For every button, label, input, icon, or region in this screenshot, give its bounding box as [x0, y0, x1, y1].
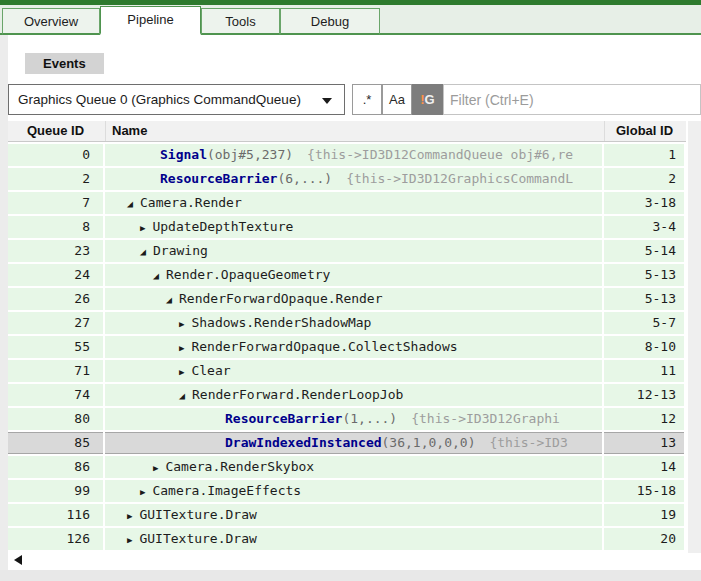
tab-tools[interactable]: Tools — [201, 8, 280, 35]
table-header: Queue ID Name Global ID — [8, 121, 686, 142]
column-header-name[interactable]: Name — [105, 121, 602, 141]
marker-label: Camera.Render — [140, 195, 242, 210]
event-name-cell: ◢RenderForward.RenderLoopJob — [105, 384, 602, 406]
tab-debug[interactable]: Debug — [280, 8, 380, 35]
event-name-cell: Signal(obj#5,237){this->ID3D12CommandQue… — [105, 144, 602, 166]
queue-id-cell: 80 — [8, 408, 103, 430]
filter-input[interactable] — [443, 84, 701, 115]
event-row[interactable]: 116▶GUITexture.Draw19 — [8, 504, 686, 526]
event-row[interactable]: 27▶Shadows.RenderShadowMap5-7 — [8, 312, 686, 334]
global-id-cell: 3-18 — [604, 192, 684, 214]
marker-label: Shadows.RenderShadowMap — [191, 315, 371, 330]
queue-id-cell: 74 — [8, 384, 103, 406]
event-row[interactable]: 2ResourceBarrier(6,...){this->ID3D12Grap… — [8, 168, 686, 190]
event-row[interactable]: 8▶UpdateDepthTexture3-4 — [8, 216, 686, 238]
global-id-cell: 11 — [604, 360, 684, 382]
api-call-name: Signal — [160, 147, 207, 162]
tab-events[interactable]: Events — [25, 53, 104, 74]
tab-bar: OverviewPipelineToolsDebug — [0, 5, 701, 35]
glob-filter-button[interactable]: !G — [412, 84, 443, 115]
tab-pipeline[interactable]: Pipeline — [100, 6, 201, 35]
api-call-args: (36,1,0,0,0) — [382, 435, 476, 450]
event-row[interactable]: 55▶RenderForwardOpaque.CollectShadows8-1… — [8, 336, 686, 358]
expand-icon[interactable]: ▶ — [127, 529, 132, 550]
tab-overview[interactable]: Overview — [2, 8, 100, 35]
api-call-state: {this->ID3 — [489, 435, 567, 450]
column-header-global-id[interactable]: Global ID — [604, 121, 684, 141]
marker-label: GUITexture.Draw — [139, 531, 256, 546]
global-id-cell: 12 — [604, 408, 684, 430]
api-call-state: {this->ID3D12Graphi — [411, 411, 560, 426]
event-name-cell: ResourceBarrier(6,...){this->ID3D12Graph… — [105, 168, 602, 190]
column-header-queue-id[interactable]: Queue ID — [8, 121, 103, 141]
api-call-args: (6,...) — [277, 171, 332, 186]
event-name-cell: ▶RenderForwardOpaque.CollectShadows — [105, 336, 602, 358]
marker-label: Render.OpaqueGeometry — [166, 267, 330, 282]
queue-id-cell: 86 — [8, 456, 103, 478]
queue-id-cell: 24 — [8, 264, 103, 286]
collapse-icon[interactable]: ◢ — [179, 385, 185, 406]
global-id-cell: 2 — [604, 168, 684, 190]
expand-icon[interactable]: ▶ — [127, 505, 132, 526]
global-id-cell: 12-13 — [604, 384, 684, 406]
event-name-cell: ◢RenderForwardOpaque.Render — [105, 288, 602, 310]
marker-label: RenderForward.RenderLoopJob — [192, 387, 403, 402]
event-name-cell: ▶Clear — [105, 360, 602, 382]
event-row[interactable]: 99▶Camera.ImageEffects15-18 — [8, 480, 686, 502]
expand-icon[interactable]: ▶ — [140, 217, 145, 238]
global-id-cell: 13 — [604, 432, 684, 454]
event-row[interactable]: 7◢Camera.Render3-18 — [8, 192, 686, 214]
expand-icon[interactable]: ▶ — [140, 481, 145, 502]
event-row[interactable]: 80ResourceBarrier(1,...){this->ID3D12Gra… — [8, 408, 686, 430]
event-row[interactable]: 23◢Drawing5-14 — [8, 240, 686, 262]
expand-icon[interactable]: ▶ — [179, 361, 184, 382]
event-row[interactable]: 86▶Camera.RenderSkybox14 — [8, 456, 686, 478]
event-name-cell: ▶Camera.RenderSkybox — [105, 456, 602, 478]
marker-label: Drawing — [153, 243, 208, 258]
event-row[interactable]: 126▶GUITexture.Draw20 — [8, 528, 686, 550]
queue-id-cell: 126 — [8, 528, 103, 550]
event-row[interactable]: 24◢Render.OpaqueGeometry5-13 — [8, 264, 686, 286]
vertical-scrollbar[interactable] — [688, 121, 701, 553]
api-call-args: (1,...) — [342, 411, 397, 426]
queue-id-cell: 8 — [8, 216, 103, 238]
api-call-name: DrawIndexedInstanced — [225, 435, 382, 450]
collapse-icon[interactable]: ◢ — [140, 241, 146, 262]
event-name-cell: ▶UpdateDepthTexture — [105, 216, 602, 238]
global-id-cell: 19 — [604, 504, 684, 526]
event-name-cell: ▶Camera.ImageEffects — [105, 480, 602, 502]
queue-id-cell: 23 — [8, 240, 103, 262]
queue-id-cell: 7 — [8, 192, 103, 214]
horizontal-scrollbar[interactable] — [8, 551, 686, 570]
event-name-cell: DrawIndexedInstanced(36,1,0,0,0){this->I… — [105, 432, 602, 454]
event-name-cell: ▶Shadows.RenderShadowMap — [105, 312, 602, 334]
collapse-icon[interactable]: ◢ — [153, 265, 159, 286]
marker-label: RenderForwardOpaque.Render — [179, 291, 383, 306]
marker-label: Camera.ImageEffects — [152, 483, 301, 498]
collapse-icon[interactable]: ◢ — [166, 289, 172, 310]
expand-icon[interactable]: ▶ — [179, 313, 184, 334]
queue-id-cell: 116 — [8, 504, 103, 526]
scroll-left-icon[interactable] — [14, 555, 22, 565]
queue-select[interactable]: Graphics Queue 0 (Graphics CommandQueue) — [8, 84, 345, 115]
event-name-cell: ▶GUITexture.Draw — [105, 528, 602, 550]
event-row[interactable]: 0Signal(obj#5,237){this->ID3D12CommandQu… — [8, 144, 686, 166]
global-id-cell: 15-18 — [604, 480, 684, 502]
global-id-cell: 3-4 — [604, 216, 684, 238]
event-row[interactable]: 26◢RenderForwardOpaque.Render5-13 — [8, 288, 686, 310]
case-sensitive-button[interactable]: Aa — [382, 84, 412, 115]
api-call-state: {this->ID3D12GraphicsCommandL — [346, 171, 573, 186]
expand-icon[interactable]: ▶ — [153, 457, 158, 478]
regex-filter-button[interactable]: .* — [352, 84, 382, 115]
expand-icon[interactable]: ▶ — [179, 337, 184, 358]
queue-id-cell: 26 — [8, 288, 103, 310]
event-row[interactable]: 74◢RenderForward.RenderLoopJob12-13 — [8, 384, 686, 406]
collapse-icon[interactable]: ◢ — [127, 193, 133, 214]
marker-label: Camera.RenderSkybox — [165, 459, 314, 474]
event-name-cell: ◢Camera.Render — [105, 192, 602, 214]
event-name-cell: ResourceBarrier(1,...){this->ID3D12Graph… — [105, 408, 602, 430]
event-name-cell: ▶GUITexture.Draw — [105, 504, 602, 526]
panel-gutter — [0, 35, 8, 581]
event-row[interactable]: 85DrawIndexedInstanced(36,1,0,0,0){this-… — [8, 432, 686, 454]
event-row[interactable]: 71▶Clear11 — [8, 360, 686, 382]
